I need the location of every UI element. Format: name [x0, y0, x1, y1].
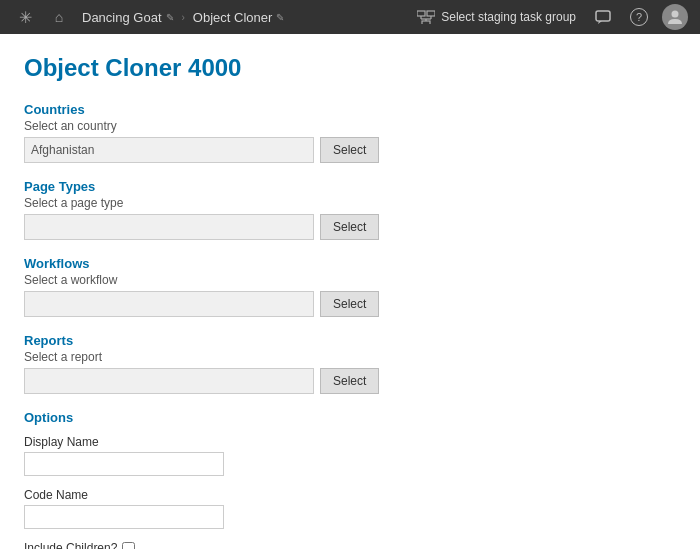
options-section: Options Display Name Code Name Include C… — [24, 410, 676, 549]
reports-sublabel: Select a report — [24, 350, 676, 364]
avatar — [662, 4, 688, 30]
page-types-section: Page Types Select a page type Select — [24, 179, 676, 240]
main-content: Object Cloner 4000 Countries Select an c… — [0, 34, 700, 549]
reports-section: Reports Select a report Select — [24, 333, 676, 394]
edit-icon: ✎ — [166, 12, 174, 23]
reports-label: Reports — [24, 333, 676, 348]
breadcrumb-object-cloner[interactable]: Object Cloner ✎ — [187, 0, 290, 34]
code-name-group: Code Name — [24, 488, 676, 529]
page-types-label: Page Types — [24, 179, 676, 194]
staging-icon — [417, 10, 435, 24]
breadcrumb-separator: › — [182, 12, 185, 23]
workflows-input[interactable] — [24, 291, 314, 317]
edit-icon-2: ✎ — [276, 12, 284, 23]
page-types-sublabel: Select a page type — [24, 196, 676, 210]
chat-button[interactable] — [586, 0, 620, 34]
page-types-select-button[interactable]: Select — [320, 214, 379, 240]
countries-label: Countries — [24, 102, 676, 117]
home-button[interactable]: ⌂ — [42, 0, 76, 34]
topbar: ✳ ⌂ Dancing Goat ✎ › Object Cloner ✎ Sel… — [0, 0, 700, 34]
code-name-label: Code Name — [24, 488, 676, 502]
help-icon: ? — [630, 8, 648, 26]
code-name-input[interactable] — [24, 505, 224, 529]
include-children-row: Include Children? — [24, 541, 676, 549]
user-icon — [667, 9, 683, 25]
breadcrumb-dancing-goat[interactable]: Dancing Goat ✎ — [76, 0, 180, 34]
countries-row: Select — [24, 137, 676, 163]
display-name-input[interactable] — [24, 452, 224, 476]
svg-rect-1 — [427, 11, 435, 16]
svg-rect-6 — [422, 21, 430, 24]
workflows-row: Select — [24, 291, 676, 317]
display-name-label: Display Name — [24, 435, 676, 449]
breadcrumb: Dancing Goat ✎ › Object Cloner ✎ — [76, 0, 290, 34]
logo-icon[interactable]: ✳ — [8, 0, 42, 34]
topbar-right: Select staging task group ? — [409, 0, 692, 34]
countries-sublabel: Select an country — [24, 119, 676, 133]
options-label: Options — [24, 410, 676, 425]
staging-task-button[interactable]: Select staging task group — [409, 0, 584, 34]
svg-rect-7 — [596, 11, 610, 21]
page-types-input[interactable] — [24, 214, 314, 240]
workflows-select-button[interactable]: Select — [320, 291, 379, 317]
countries-select-button[interactable]: Select — [320, 137, 379, 163]
page-types-row: Select — [24, 214, 676, 240]
page-title: Object Cloner 4000 — [24, 54, 676, 82]
reports-input[interactable] — [24, 368, 314, 394]
chat-icon — [595, 10, 611, 25]
include-children-label: Include Children? — [24, 541, 117, 549]
reports-row: Select — [24, 368, 676, 394]
workflows-label: Workflows — [24, 256, 676, 271]
reports-select-button[interactable]: Select — [320, 368, 379, 394]
display-name-group: Display Name — [24, 435, 676, 476]
help-button[interactable]: ? — [622, 0, 656, 34]
workflows-sublabel: Select a workflow — [24, 273, 676, 287]
countries-section: Countries Select an country Select — [24, 102, 676, 163]
home-icon: ⌂ — [55, 9, 63, 25]
workflows-section: Workflows Select a workflow Select — [24, 256, 676, 317]
avatar-button[interactable] — [658, 0, 692, 34]
svg-rect-0 — [417, 11, 425, 16]
countries-input[interactable] — [24, 137, 314, 163]
include-children-checkbox[interactable] — [122, 542, 135, 550]
svg-point-9 — [672, 11, 679, 18]
